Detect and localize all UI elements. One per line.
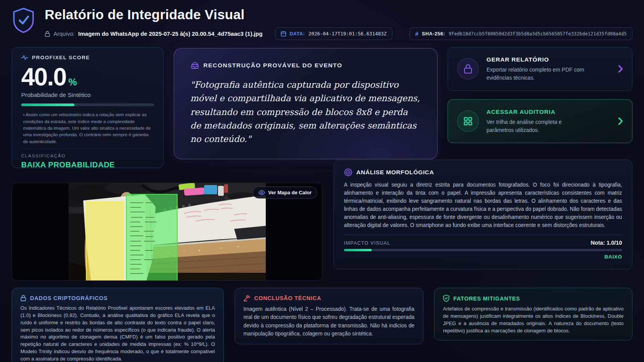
generate-report-description: Exportar relatório completo em PDF com e… (486, 66, 585, 82)
sha-value: 9fedb18d7ccb5f80850d2d3f3b5d8a3d5cb65658… (449, 31, 627, 37)
calendar-icon (281, 31, 286, 37)
score-unit: % (69, 77, 77, 88)
score-value: 40.0 (21, 64, 66, 90)
page-title: Relatório de Integridade Visual (45, 7, 632, 22)
chevron-right-icon (618, 117, 623, 125)
header: Relatório de Integridade Visual Arquivo:… (0, 0, 644, 42)
inbox-layers-icon (190, 61, 200, 70)
shield-logo-icon (12, 7, 35, 34)
shield-check-icon (443, 295, 449, 302)
event-reconstruction-card: RECONSTRUÇÃO PROVÁVEL DO EVENTO "Fotogra… (174, 48, 438, 159)
hash-icon: # (415, 31, 418, 37)
image-preview-panel: Ver Mapa de Calor (12, 183, 323, 281)
morphology-title: ANÁLISE MORFOLÓGICA (356, 169, 434, 176)
proofixel-score-card: PROOFIXEL SCORE 40.0 % Probabilidade de … (12, 47, 164, 168)
analysis-region-green (126, 194, 177, 281)
classification-value: BAIXA PROBABILIDADE (21, 160, 154, 169)
mitigating-body: Artefatos de compressão e transmissão (i… (443, 305, 624, 334)
score-subtitle: Probabilidade de Sintético (21, 92, 154, 98)
date-value: 2026-04-17T19:01:56.631483Z (309, 31, 387, 37)
grid-squares-icon (457, 110, 479, 132)
score-card-title: PROOFIXEL SCORE (32, 55, 90, 60)
divider (344, 235, 622, 235)
generate-report-card[interactable]: GERAR RELATÓRIO Exportar relatório compl… (448, 47, 632, 91)
morphology-card: ANÁLISE MORFOLÓGICA A inspeção visual se… (334, 160, 632, 269)
date-badge: DATA: 2026-04-17T19:01:56.631483Z (275, 27, 392, 40)
conclusion-title: CONCLUSÃO TÉCNICA (254, 295, 321, 301)
reconstruction-title: RECONSTRUÇÃO PROVÁVEL DO EVENTO (203, 62, 342, 69)
gavel-icon (243, 295, 250, 302)
date-label: DATA: (290, 31, 305, 37)
impact-level: BAIXO (344, 254, 622, 260)
heatmap-button-label: Ver Mapa de Calor (268, 190, 312, 195)
access-audit-description: Ver trilha de análise completa e parâmet… (486, 118, 585, 134)
impact-score: Nota: 1.0/10 (591, 240, 622, 246)
heatmap-button[interactable]: Ver Mapa de Calor (253, 187, 317, 199)
sha-label: SHA-256: (422, 31, 445, 37)
conclusion-body: Imagem autêntica (Nível 2 – Processado).… (243, 305, 414, 338)
eye-icon (258, 190, 265, 195)
impact-label: IMPACTO VISUAL (344, 240, 391, 246)
mitigating-title: FATORES MITIGANTES (453, 295, 520, 302)
sha-badge: # SHA-256: 9fedb18d7ccb5f80850d2d3f3b5d8… (409, 27, 632, 40)
score-progress-track (21, 103, 154, 106)
header-meta: Arquivo: Imagem do WhatsApp de 2025-07-2… (45, 27, 632, 40)
score-note: • Assim como um velocimetro indica a rot… (21, 111, 154, 145)
visual-integrity-report: Relatório de Integridade Visual Arquivo:… (0, 0, 644, 362)
classification-label: CLASSIFICAÇÃO (21, 153, 154, 158)
mitigating-factors-card: FATORES MITIGANTES Artefatos de compress… (434, 288, 632, 340)
divider (21, 149, 154, 149)
crypto-data-card: DADOS CRIPTOGRÁFICOS Os Indicadores Técn… (12, 288, 224, 362)
file-info: Arquivo: Imagem do WhatsApp de 2025-07-2… (45, 30, 263, 37)
activity-pulse-icon (21, 55, 28, 60)
lock-circle-icon (457, 58, 479, 80)
analysis-region-yellow (86, 202, 123, 281)
file-label: Arquivo: (54, 30, 75, 37)
technical-conclusion-card: CONCLUSÃO TÉCNICA Imagem autêntica (Níve… (235, 288, 423, 344)
access-audit-title: ACESSAR AUDITORIA (486, 108, 610, 115)
main-content: PROOFIXEL SCORE 40.0 % Probabilidade de … (0, 47, 644, 362)
access-audit-card[interactable]: ACESSAR AUDITORIA Ver trilha de análise … (448, 99, 632, 143)
impact-progress-fill (344, 249, 372, 251)
document-photo (69, 183, 266, 281)
lock-icon (20, 295, 26, 301)
crypto-title: DADOS CRIPTOGRÁFICOS (30, 295, 107, 301)
reconstruction-quote: "Fotografia autêntica capturada por disp… (190, 78, 421, 146)
impact-progress-track (344, 249, 622, 251)
generate-report-title: GERAR RELATÓRIO (486, 56, 610, 63)
score-progress-fill (21, 103, 74, 106)
file-name: Imagem do WhatsApp de 2025-07-25 à(s) 20… (78, 30, 263, 37)
chevron-right-icon (618, 65, 623, 73)
file-lock-icon (45, 31, 50, 37)
morphology-body: A inspeção visual seguiu a diretriz estr… (344, 181, 622, 230)
eye-target-icon (344, 168, 352, 177)
crypto-body: Os Indicadores Técnicos do Relatório Pro… (20, 305, 215, 362)
